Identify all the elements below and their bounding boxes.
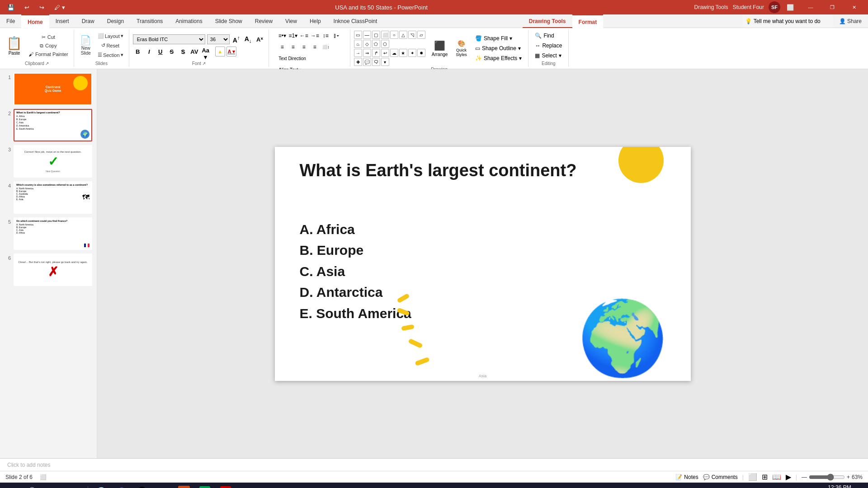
share-button[interactable]: 👤 Share: [833, 14, 868, 28]
undo-button[interactable]: ↩: [21, 3, 33, 12]
bold-button[interactable]: B: [133, 47, 143, 56]
smart-art-button[interactable]: ⬜↕: [321, 42, 331, 52]
font-expand[interactable]: ↗: [202, 61, 206, 66]
shape-arrow[interactable]: →: [354, 49, 362, 57]
reset-button[interactable]: ↺Reset: [96, 42, 125, 49]
replace-button[interactable]: ↔ Replace: [532, 42, 565, 50]
align-center-button[interactable]: ≡: [288, 42, 298, 52]
reading-view-button[interactable]: 📖: [772, 473, 781, 481]
slide-img-3[interactable]: Correct! Nice job, move on to the next q…: [14, 145, 92, 178]
font-size-select[interactable]: 36: [207, 34, 230, 44]
justify-button[interactable]: ≡: [310, 42, 320, 52]
comments-button[interactable]: 💬 Comments: [703, 474, 738, 480]
cut-button[interactable]: ✂Cut: [27, 33, 70, 41]
tab-home[interactable]: Home: [21, 14, 49, 28]
restore-button[interactable]: ❐: [822, 0, 843, 14]
ribbon-display-button[interactable]: ⬜: [783, 3, 797, 12]
slide-thumb-6[interactable]: 6 Close!... But that's not right, please…: [5, 253, 92, 286]
slideshow-button[interactable]: ▶: [786, 473, 791, 481]
slide-sorter-button[interactable]: ⊞: [762, 473, 768, 481]
task-view-button[interactable]: ⧉: [44, 483, 64, 488]
slide-thumb-3[interactable]: 3 Correct! Nice job, move on to the next…: [5, 145, 92, 178]
shape-star3[interactable]: ✸: [417, 49, 425, 57]
shape-rect2[interactable]: ▢: [372, 31, 380, 39]
fit-slide-button[interactable]: ⬜: [40, 474, 47, 480]
shape-arrow2[interactable]: ⇒: [363, 49, 371, 57]
slide-img-2[interactable]: What is Earth's largest continent? A. Af…: [14, 109, 92, 141]
shape-rect[interactable]: ▭: [354, 31, 362, 39]
notes-button[interactable]: 📝 Notes: [675, 474, 698, 480]
shape-effects-button[interactable]: ✨ Shape Effects ▾: [472, 54, 525, 62]
tab-transitions[interactable]: Transitions: [130, 14, 169, 28]
answer-a[interactable]: A. Africa: [300, 219, 411, 240]
shape-penta[interactable]: ⬠: [372, 40, 380, 48]
text-direction-button[interactable]: Text Direction: [277, 53, 307, 63]
increase-indent-button[interactable]: →≡: [310, 31, 320, 41]
shape-trap[interactable]: ⏢: [354, 40, 362, 48]
font-color-button[interactable]: A ▾: [226, 47, 236, 56]
clipboard-expand[interactable]: ↗: [45, 61, 49, 66]
shape-triangle[interactable]: △: [399, 31, 407, 39]
shape-star[interactable]: ★: [399, 49, 407, 57]
minimize-button[interactable]: —: [800, 0, 821, 14]
shape-circle[interactable]: ○: [390, 31, 398, 39]
copy-button[interactable]: ⧉Copy: [27, 42, 70, 50]
shape-diamond[interactable]: ◇: [363, 40, 371, 48]
line-spacing-button[interactable]: ↕≡: [321, 31, 330, 41]
widgets-button[interactable]: ▦: [65, 483, 85, 488]
slide-question[interactable]: What is Earth's largest continent?: [300, 160, 666, 181]
shape-arrow4[interactable]: ↩: [381, 49, 389, 57]
arrange-button[interactable]: ⬛ Arrange: [429, 39, 451, 58]
tab-draw[interactable]: Draw: [75, 14, 101, 28]
shape-rtriangle[interactable]: ◹: [408, 31, 416, 39]
slide-answers[interactable]: A. Africa B. Europe C. Asia D. Antarctic…: [300, 219, 411, 324]
slide-img-5[interactable]: On which continent could you find France…: [14, 217, 92, 250]
columns-button[interactable]: ⫿▾: [331, 31, 341, 41]
shape-more[interactable]: ▾: [381, 58, 389, 66]
paste-button[interactable]: 📋 Paste: [4, 34, 25, 57]
slide-thumb-4[interactable]: 4 Which country is also sometimes referr…: [5, 181, 92, 214]
tab-format[interactable]: Format: [572, 14, 604, 28]
slide-img-1[interactable]: ContinentQuiz Game: [14, 73, 92, 105]
char-spacing-button[interactable]: AV: [189, 47, 199, 56]
shape-callout2[interactable]: 🗨: [372, 58, 380, 66]
tab-animations[interactable]: Animations: [169, 14, 208, 28]
tab-slideshow[interactable]: Slide Show: [209, 14, 249, 28]
tab-review[interactable]: Review: [249, 14, 279, 28]
slide-img-4[interactable]: Which country is also sometimes referred…: [14, 181, 92, 214]
taskbar-appstore[interactable]: 🅐: [132, 483, 152, 488]
shape-para[interactable]: ▱: [417, 31, 425, 39]
normal-view-button[interactable]: ⬜: [748, 473, 757, 481]
time-display[interactable]: 12:36 PM 10/14/2020: [821, 484, 855, 488]
taskbar-app2[interactable]: C: [216, 483, 236, 488]
taskbar-chrome[interactable]: [112, 483, 132, 488]
shape-arrow3[interactable]: ↱: [372, 49, 380, 57]
shape-cloud[interactable]: ☁: [390, 49, 398, 57]
search-button[interactable]: 🔍: [24, 483, 43, 488]
shape-round-rect[interactable]: ⬜: [381, 31, 389, 39]
save-button[interactable]: 💾: [4, 3, 18, 12]
shape-outline-button[interactable]: ▭ Shape Outline ▾: [472, 44, 525, 52]
taskbar-app1[interactable]: S: [195, 483, 215, 488]
shadow-button[interactable]: S: [178, 47, 188, 56]
font-name-select[interactable]: Eras Bold ITC: [133, 34, 205, 44]
slide-thumb-2[interactable]: 2 What is Earth's largest continent? A. …: [5, 109, 92, 141]
tab-design[interactable]: Design: [101, 14, 130, 28]
layout-button[interactable]: ⬜Layout▾: [96, 32, 125, 40]
shape-fill-button[interactable]: 🪣 Shape Fill ▾: [472, 34, 525, 42]
shape-star2[interactable]: ✦: [408, 49, 416, 57]
find-button[interactable]: 🔍 Find: [532, 32, 565, 40]
grow-font-button[interactable]: A↑: [231, 34, 241, 44]
align-right-button[interactable]: ≡: [299, 42, 309, 52]
taskbar-files[interactable]: 📁: [153, 483, 173, 488]
underline-button[interactable]: U: [156, 47, 165, 56]
close-button[interactable]: ✕: [844, 0, 864, 14]
search-bar[interactable]: 💡 Tell me what you want to do: [742, 14, 833, 28]
tab-insert[interactable]: Insert: [49, 14, 75, 28]
tab-file[interactable]: File: [0, 14, 21, 28]
slide-thumb-5[interactable]: 5 On which continent could you find Fran…: [5, 217, 92, 250]
clear-format-button[interactable]: Aˣ: [255, 34, 265, 44]
notes-area[interactable]: Click to add notes: [0, 458, 868, 471]
shape-cross[interactable]: ✚: [354, 58, 362, 66]
tab-view[interactable]: View: [279, 14, 303, 28]
